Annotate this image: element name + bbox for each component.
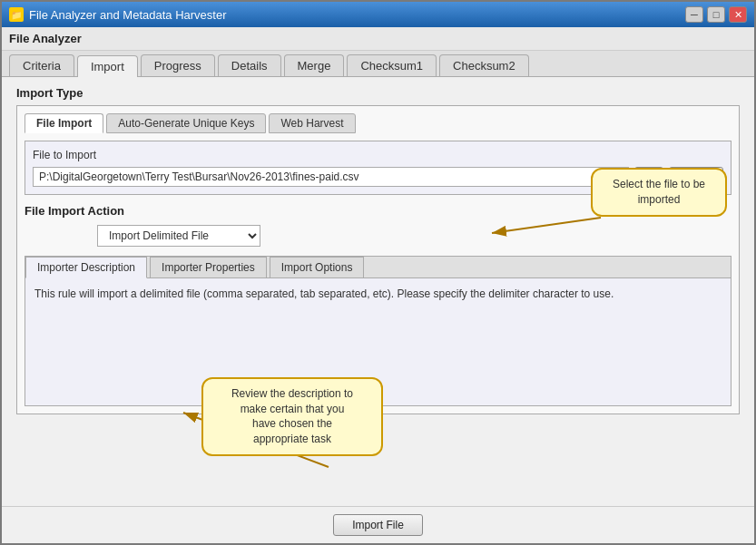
importer-description-text: This rule will import a delimited file (… <box>34 287 614 300</box>
dropdown-wrapper: Import Delimited File Import Fixed Width… <box>97 225 731 247</box>
tab-merge[interactable]: Merge <box>284 54 345 76</box>
description-callout-text: Review the description tomake certain th… <box>231 387 353 445</box>
toolbar-label: File Analyzer <box>9 32 82 45</box>
main-window: 📁 File Analyzer and Metadata Harvester ─… <box>0 0 756 545</box>
description-callout: Review the description tomake certain th… <box>201 377 383 456</box>
file-import-action-label: File Import Action <box>25 204 124 218</box>
minimize-button[interactable]: ─ <box>685 6 703 23</box>
tab-progress[interactable]: Progress <box>141 54 215 76</box>
main-content: Import Type File Import Auto-Generate Un… <box>2 77 754 506</box>
tab-criteria[interactable]: Criteria <box>9 54 74 76</box>
maximize-button[interactable]: □ <box>707 6 725 23</box>
inner-tab-web-harvest[interactable]: Web Harvest <box>269 113 355 133</box>
tab-checksum1[interactable]: Checksum1 <box>347 54 437 76</box>
import-action-dropdown[interactable]: Import Delimited File Import Fixed Width… <box>97 225 260 247</box>
importer-tab-description[interactable]: Importer Description <box>25 257 147 278</box>
tab-import[interactable]: Import <box>77 55 138 77</box>
title-bar-left: 📁 File Analyzer and Metadata Harvester <box>9 7 227 22</box>
tab-checksum2[interactable]: Checksum2 <box>439 54 529 76</box>
title-bar-controls: ─ □ ✕ <box>685 6 747 23</box>
import-file-button[interactable]: Import File <box>333 514 423 536</box>
close-button[interactable]: ✕ <box>729 6 747 23</box>
file-to-import-label: File to Import <box>33 149 723 161</box>
inner-tab-file-import[interactable]: File Import <box>25 113 103 133</box>
importer-tab-options[interactable]: Import Options <box>270 257 365 277</box>
window-title: File Analyzer and Metadata Harvester <box>29 8 227 22</box>
importer-tab-bar: Importer Description Importer Properties… <box>25 257 731 278</box>
inner-tab-bar: File Import Auto-Generate Unique Keys We… <box>25 113 731 133</box>
bottom-bar: Import File <box>2 506 754 543</box>
toolbar: File Analyzer <box>2 27 754 51</box>
file-path-input[interactable] <box>33 167 629 187</box>
main-tab-bar: Criteria Import Progress Details Merge C… <box>2 51 754 77</box>
app-icon: 📁 <box>9 7 24 22</box>
import-type-box: File Import Auto-Generate Unique Keys We… <box>16 105 740 414</box>
file-callout: Select the file to beimported <box>591 168 727 217</box>
tab-details[interactable]: Details <box>218 54 281 76</box>
file-callout-text: Select the file to beimported <box>613 178 705 206</box>
inner-tab-auto-generate[interactable]: Auto-Generate Unique Keys <box>106 113 266 133</box>
title-bar: 📁 File Analyzer and Metadata Harvester ─… <box>2 2 754 27</box>
importer-tab-properties[interactable]: Importer Properties <box>150 257 267 277</box>
import-type-label: Import Type <box>16 86 740 100</box>
